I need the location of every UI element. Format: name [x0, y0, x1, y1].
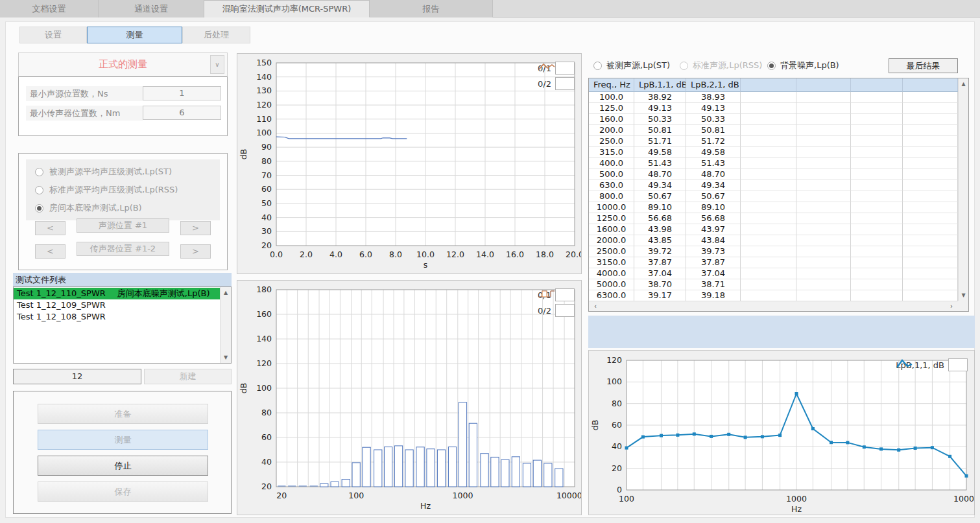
- test-type-radio-1[interactable]: 标准声源平均声压级测试,Lp(RSS): [26, 181, 220, 199]
- table-row[interactable]: 1250.056.6856.68: [589, 213, 968, 224]
- table-cell: 56.68: [634, 213, 686, 224]
- legend-entry[interactable]: 0/2: [538, 304, 575, 317]
- table-row[interactable]: 4000.037.0437.04: [589, 268, 968, 279]
- legend-icon-box: [555, 304, 575, 317]
- column-header[interactable]: [796, 78, 851, 92]
- table-cell: [851, 191, 903, 202]
- scroll-down-icon[interactable]: ▼: [959, 290, 968, 300]
- next-button[interactable]: >: [180, 221, 211, 235]
- svg-text:180: 180: [256, 285, 272, 294]
- column-header[interactable]: [903, 78, 958, 92]
- table-row[interactable]: 1600.043.9843.97: [589, 224, 968, 235]
- table-cell: 50.33: [686, 114, 741, 125]
- table-cell: [796, 213, 851, 224]
- table-cell: [741, 169, 796, 180]
- table-cell: 50.67: [686, 191, 741, 202]
- legend-entry[interactable]: 0/2: [538, 77, 575, 90]
- table-row[interactable]: 1000.089.1089.10: [589, 202, 968, 213]
- param-nm-field[interactable]: 6: [143, 106, 221, 120]
- source-radio-1[interactable]: 标准声源,Lp(RSS): [680, 60, 762, 71]
- table-row[interactable]: 630.049.3449.34: [589, 180, 968, 191]
- source-radio-0[interactable]: 被测声源,Lp(ST): [593, 60, 670, 71]
- prev-button[interactable]: <: [35, 244, 66, 259]
- top-tab-1[interactable]: 通道设置: [99, 0, 204, 17]
- next-button[interactable]: >: [180, 244, 211, 259]
- column-header[interactable]: [741, 78, 796, 92]
- file-listbox[interactable]: Test 1_12_110_SPWR房间本底噪声测试,Lp(B)Test 1_1…: [13, 286, 232, 364]
- measurement-mode-dropdown[interactable]: 正式的测量: [18, 52, 228, 76]
- scroll-up-icon[interactable]: ▲: [221, 288, 231, 297]
- svg-text:90: 90: [261, 142, 272, 152]
- file-list-items: Test 1_12_110_SPWR房间本底噪声测试,Lp(B)Test 1_1…: [14, 288, 220, 363]
- table-cell: [741, 125, 796, 136]
- column-header[interactable]: LpB,2,1, dB: [686, 78, 741, 92]
- table-row[interactable]: 6300.039.1739.18: [589, 290, 968, 301]
- prev-button[interactable]: <: [35, 221, 66, 235]
- svg-text:80: 80: [261, 408, 272, 417]
- table-row[interactable]: 100.038.9238.93: [589, 92, 968, 103]
- top-tab-label: 文档设置: [32, 3, 66, 15]
- table-cell: [851, 257, 903, 268]
- table-cell: [796, 224, 851, 235]
- sub-tab-2[interactable]: 后处理: [182, 27, 250, 43]
- table-row[interactable]: 400.051.4351.43: [589, 158, 968, 169]
- table-cell: [796, 147, 851, 158]
- file-list-scrollbar[interactable]: ▲ ▼: [220, 287, 231, 363]
- scroll-right-icon[interactable]: ›: [946, 301, 957, 311]
- table-cell: [741, 246, 796, 257]
- source-radio-2[interactable]: 背景噪声,Lp(B): [767, 60, 839, 71]
- table-cell: [851, 103, 903, 114]
- new-test-button[interactable]: 新建: [144, 369, 232, 384]
- file-count-field[interactable]: 12: [13, 369, 141, 384]
- file-name: Test 1_12_108_SPWR: [17, 312, 106, 321]
- table-cell: 51.72: [686, 136, 741, 147]
- top-tab-3[interactable]: 报告: [370, 0, 493, 17]
- table-row[interactable]: 250.051.7151.72: [589, 136, 968, 147]
- table-row[interactable]: 500.048.7048.70: [589, 169, 968, 180]
- scroll-down-icon[interactable]: ▼: [221, 353, 231, 362]
- column-header[interactable]: [851, 78, 903, 92]
- list-item[interactable]: Test 1_12_110_SPWR房间本底噪声测试,Lp(B): [14, 288, 220, 299]
- test-type-radio-2[interactable]: 房间本底噪声测试,Lp(B): [26, 199, 220, 217]
- table-row[interactable]: 3150.037.8737.87: [589, 257, 968, 268]
- table-row[interactable]: 315.049.5849.58: [589, 147, 968, 158]
- table-cell: [796, 279, 851, 290]
- sub-tab-0[interactable]: 设置: [19, 27, 87, 43]
- column-header[interactable]: Freq., Hz: [589, 78, 634, 92]
- table-hscrollbar[interactable]: ‹ ›: [589, 301, 958, 311]
- action-button-0[interactable]: 准备: [38, 404, 208, 424]
- table-row[interactable]: 2500.039.7239.73: [589, 246, 968, 257]
- final-result-button[interactable]: 最后结果: [889, 58, 958, 73]
- list-item[interactable]: Test 1_12_109_SPWR: [14, 299, 220, 311]
- param-ns-field[interactable]: 1: [143, 86, 221, 100]
- column-header[interactable]: LpB,1,1, dB: [634, 78, 686, 92]
- action-button-1[interactable]: 测量: [38, 430, 208, 450]
- chevron-down-icon[interactable]: [210, 55, 224, 74]
- scroll-left-icon[interactable]: ‹: [590, 301, 601, 311]
- svg-text:120: 120: [606, 355, 622, 365]
- sub-tab-1[interactable]: 测量: [87, 27, 182, 43]
- svg-text:dB: dB: [239, 383, 248, 394]
- position-label-button[interactable]: 声源位置 #1: [77, 218, 169, 233]
- test-type-radio-0[interactable]: 被测声源平均声压级测试,Lp(ST): [26, 163, 220, 181]
- table-cell: [903, 169, 958, 180]
- legend-entry[interactable]: LpB,1,1, dB: [896, 358, 968, 371]
- table-row[interactable]: 160.050.3350.33: [589, 114, 968, 125]
- table-row[interactable]: 125.049.1349.13: [589, 103, 968, 114]
- scroll-up-icon[interactable]: ▲: [959, 79, 968, 89]
- table-cell: 200.0: [589, 125, 634, 136]
- table-row[interactable]: 2000.043.8543.84: [589, 235, 968, 246]
- radio-label: 被测声源,Lp(ST): [606, 60, 670, 71]
- action-button-2[interactable]: 停止: [38, 456, 208, 476]
- top-tab-2[interactable]: 混响室法测试声功率(MCR-SPWR): [204, 0, 370, 17]
- action-button-3[interactable]: 保存: [38, 482, 208, 502]
- table-row[interactable]: 200.050.8150.81: [589, 125, 968, 136]
- table-cell: 37.87: [634, 257, 686, 268]
- table-cell: [796, 114, 851, 125]
- table-vscrollbar[interactable]: ▲ ▼: [958, 78, 968, 301]
- list-item[interactable]: Test 1_12_108_SPWR: [14, 311, 220, 323]
- table-row[interactable]: 5000.038.7038.71: [589, 279, 968, 290]
- position-label-button[interactable]: 传声器位置 #1-2: [77, 242, 169, 256]
- table-row[interactable]: 800.050.6750.67: [589, 191, 968, 202]
- top-tab-0[interactable]: 文档设置: [0, 0, 99, 17]
